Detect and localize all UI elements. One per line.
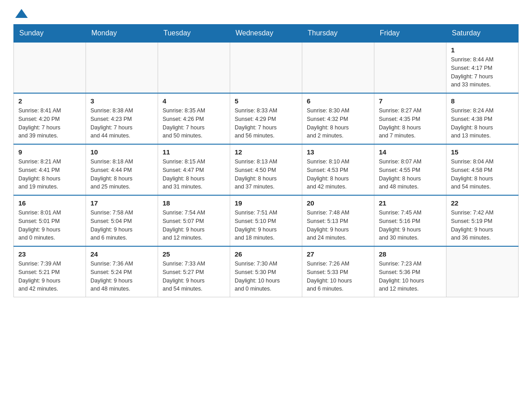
day-header-friday: Friday [374, 25, 446, 43]
calendar-cell [14, 42, 86, 93]
calendar-cell: 23Sunrise: 7:39 AMSunset: 5:21 PMDayligh… [14, 246, 86, 297]
day-number: 28 [379, 250, 442, 258]
day-info: Sunrise: 8:33 AMSunset: 4:29 PMDaylight:… [235, 107, 297, 140]
day-info: Sunrise: 8:07 AMSunset: 4:55 PMDaylight:… [379, 158, 442, 191]
day-number: 25 [163, 250, 225, 258]
day-number: 5 [235, 97, 297, 105]
calendar-cell: 12Sunrise: 8:13 AMSunset: 4:50 PMDayligh… [230, 144, 302, 195]
day-info: Sunrise: 8:04 AMSunset: 4:58 PMDaylight:… [451, 158, 514, 191]
calendar-cell [302, 42, 374, 93]
calendar-table: SundayMondayTuesdayWednesdayThursdayFrid… [13, 24, 519, 297]
day-number: 7 [379, 97, 442, 105]
calendar-cell [230, 42, 302, 93]
day-info: Sunrise: 8:15 AMSunset: 4:47 PMDaylight:… [163, 158, 225, 191]
day-info: Sunrise: 7:36 AMSunset: 5:24 PMDaylight:… [90, 260, 153, 293]
calendar-cell: 13Sunrise: 8:10 AMSunset: 4:53 PMDayligh… [302, 144, 374, 195]
calendar-cell: 3Sunrise: 8:38 AMSunset: 4:23 PMDaylight… [86, 93, 158, 144]
day-info: Sunrise: 8:10 AMSunset: 4:53 PMDaylight:… [307, 158, 369, 191]
day-info: Sunrise: 8:44 AMSunset: 4:17 PMDaylight:… [451, 56, 514, 89]
day-number: 18 [163, 199, 225, 207]
logo [13, 9, 28, 20]
calendar-cell: 2Sunrise: 8:41 AMSunset: 4:20 PMDaylight… [14, 93, 86, 144]
calendar-cell: 8Sunrise: 8:24 AMSunset: 4:38 PMDaylight… [446, 93, 519, 144]
calendar-cell: 28Sunrise: 7:23 AMSunset: 5:36 PMDayligh… [374, 246, 446, 297]
day-info: Sunrise: 8:27 AMSunset: 4:35 PMDaylight:… [379, 107, 442, 140]
day-info: Sunrise: 8:30 AMSunset: 4:32 PMDaylight:… [307, 107, 369, 140]
day-number: 11 [163, 148, 225, 156]
day-number: 27 [307, 250, 369, 258]
day-number: 3 [90, 97, 153, 105]
calendar-cell [86, 42, 158, 93]
calendar-cell: 21Sunrise: 7:45 AMSunset: 5:16 PMDayligh… [374, 195, 446, 246]
calendar-week-row: 9Sunrise: 8:21 AMSunset: 4:41 PMDaylight… [14, 144, 519, 195]
calendar-header-row: SundayMondayTuesdayWednesdayThursdayFrid… [14, 25, 519, 43]
calendar-cell: 20Sunrise: 7:48 AMSunset: 5:13 PMDayligh… [302, 195, 374, 246]
day-info: Sunrise: 7:58 AMSunset: 5:04 PMDaylight:… [90, 209, 153, 242]
day-number: 10 [90, 148, 153, 156]
day-header-saturday: Saturday [446, 25, 519, 43]
calendar-week-row: 23Sunrise: 7:39 AMSunset: 5:21 PMDayligh… [14, 246, 519, 297]
day-number: 9 [18, 148, 81, 156]
day-number: 16 [18, 199, 81, 207]
calendar-cell: 1Sunrise: 8:44 AMSunset: 4:17 PMDaylight… [446, 42, 519, 93]
day-header-monday: Monday [86, 25, 158, 43]
day-info: Sunrise: 8:01 AMSunset: 5:01 PMDaylight:… [18, 209, 81, 242]
day-number: 17 [90, 199, 153, 207]
day-header-wednesday: Wednesday [230, 25, 302, 43]
day-info: Sunrise: 7:39 AMSunset: 5:21 PMDaylight:… [18, 260, 81, 293]
calendar-cell: 17Sunrise: 7:58 AMSunset: 5:04 PMDayligh… [86, 195, 158, 246]
day-number: 12 [235, 148, 297, 156]
calendar-cell: 26Sunrise: 7:30 AMSunset: 5:30 PMDayligh… [230, 246, 302, 297]
calendar-cell [158, 42, 230, 93]
calendar-week-row: 2Sunrise: 8:41 AMSunset: 4:20 PMDaylight… [14, 93, 519, 144]
calendar-cell: 22Sunrise: 7:42 AMSunset: 5:19 PMDayligh… [446, 195, 519, 246]
calendar-cell: 7Sunrise: 8:27 AMSunset: 4:35 PMDaylight… [374, 93, 446, 144]
day-number: 15 [451, 148, 514, 156]
day-number: 23 [18, 250, 81, 258]
day-info: Sunrise: 7:48 AMSunset: 5:13 PMDaylight:… [307, 209, 369, 242]
day-number: 21 [379, 199, 442, 207]
day-number: 26 [235, 250, 297, 258]
day-info: Sunrise: 8:41 AMSunset: 4:20 PMDaylight:… [18, 107, 81, 140]
calendar-cell: 4Sunrise: 8:35 AMSunset: 4:26 PMDaylight… [158, 93, 230, 144]
logo-triangle-icon [15, 9, 28, 18]
calendar-cell: 18Sunrise: 7:54 AMSunset: 5:07 PMDayligh… [158, 195, 230, 246]
calendar-cell: 10Sunrise: 8:18 AMSunset: 4:44 PMDayligh… [86, 144, 158, 195]
day-info: Sunrise: 8:18 AMSunset: 4:44 PMDaylight:… [90, 158, 153, 191]
day-header-thursday: Thursday [302, 25, 374, 43]
day-number: 20 [307, 199, 369, 207]
calendar-cell: 5Sunrise: 8:33 AMSunset: 4:29 PMDaylight… [230, 93, 302, 144]
calendar-cell [446, 246, 519, 297]
day-info: Sunrise: 8:38 AMSunset: 4:23 PMDaylight:… [90, 107, 153, 140]
calendar-cell: 11Sunrise: 8:15 AMSunset: 4:47 PMDayligh… [158, 144, 230, 195]
day-number: 6 [307, 97, 369, 105]
day-info: Sunrise: 8:13 AMSunset: 4:50 PMDaylight:… [235, 158, 297, 191]
calendar-week-row: 1Sunrise: 8:44 AMSunset: 4:17 PMDaylight… [14, 42, 519, 93]
day-info: Sunrise: 7:26 AMSunset: 5:33 PMDaylight:… [307, 260, 369, 293]
calendar-cell: 6Sunrise: 8:30 AMSunset: 4:32 PMDaylight… [302, 93, 374, 144]
day-number: 13 [307, 148, 369, 156]
day-number: 22 [451, 199, 514, 207]
day-number: 1 [451, 46, 514, 54]
calendar-cell: 24Sunrise: 7:36 AMSunset: 5:24 PMDayligh… [86, 246, 158, 297]
page-header [13, 9, 519, 20]
calendar-cell: 27Sunrise: 7:26 AMSunset: 5:33 PMDayligh… [302, 246, 374, 297]
day-info: Sunrise: 7:54 AMSunset: 5:07 PMDaylight:… [163, 209, 225, 242]
calendar-cell: 9Sunrise: 8:21 AMSunset: 4:41 PMDaylight… [14, 144, 86, 195]
day-number: 2 [18, 97, 81, 105]
day-number: 4 [163, 97, 225, 105]
day-info: Sunrise: 7:23 AMSunset: 5:36 PMDaylight:… [379, 260, 442, 293]
day-number: 14 [379, 148, 442, 156]
day-header-sunday: Sunday [14, 25, 86, 43]
calendar-cell: 14Sunrise: 8:07 AMSunset: 4:55 PMDayligh… [374, 144, 446, 195]
day-header-tuesday: Tuesday [158, 25, 230, 43]
calendar-cell: 15Sunrise: 8:04 AMSunset: 4:58 PMDayligh… [446, 144, 519, 195]
calendar-cell: 16Sunrise: 8:01 AMSunset: 5:01 PMDayligh… [14, 195, 86, 246]
day-info: Sunrise: 7:51 AMSunset: 5:10 PMDaylight:… [235, 209, 297, 242]
day-info: Sunrise: 7:30 AMSunset: 5:30 PMDaylight:… [235, 260, 297, 293]
calendar-cell [374, 42, 446, 93]
day-info: Sunrise: 8:24 AMSunset: 4:38 PMDaylight:… [451, 107, 514, 140]
day-number: 8 [451, 97, 514, 105]
day-number: 19 [235, 199, 297, 207]
day-info: Sunrise: 7:33 AMSunset: 5:27 PMDaylight:… [163, 260, 225, 293]
